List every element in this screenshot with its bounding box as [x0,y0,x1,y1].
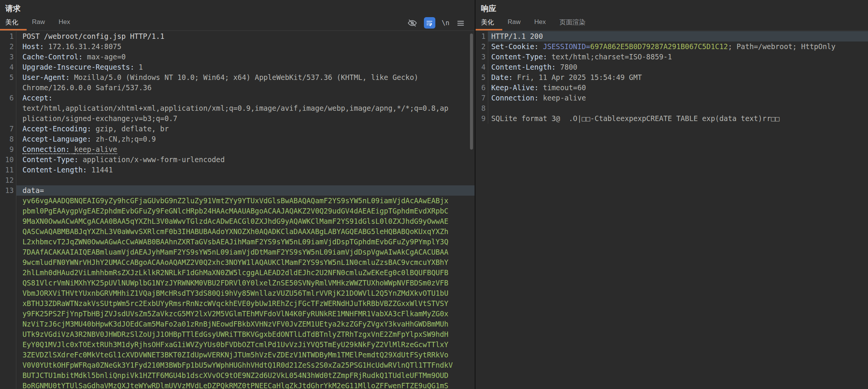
code-token: Mozilla/5.0 (Windows NT 10.0; Win64; x64… [74,73,419,81]
menu-icon[interactable] [456,18,465,28]
code-token: ; Path=/webroot; HttpOnly [728,43,836,51]
code-token: 2hlLmh0dHAud2ViLmhhbmRsZXJzLklkR2NRLkF1d… [22,269,448,277]
tab-美化[interactable]: 美化 [476,15,502,30]
code-text: 3ZEVDZlSXdreFc0MkVteGl1cXVDVWNET3BKT0ZId… [16,350,475,360]
code-text [16,175,475,185]
code-line: 9SQLite format 3@ .O|□□-CtableexpexpCREA… [476,113,868,124]
code-token: □□ [771,115,780,123]
code-text: 9MaXN0OwwACwAMCgACAA0BAA5qYXZhL3V0aWwvTG… [16,216,475,226]
code-line: 6Accept: [0,93,475,103]
tab-Hex[interactable]: Hex [53,15,78,30]
request-scrollbar-thumb[interactable] [470,33,473,150]
code-token: Content-Type: [491,53,551,61]
newline-symbol-icon[interactable]: \n [442,19,449,27]
code-line: 3Cache-Control: max-age=0 [0,52,475,62]
code-token: Accept-Encoding: [22,125,96,133]
hide-hidden-chars-icon[interactable] [407,18,417,28]
code-token: 9wcmludFN0YWNrVHJhY2UMACcABgoACAAoAQAMZ2… [22,258,448,266]
tab-Hex[interactable]: Hex [529,15,554,30]
code-line: 4Upgrade-Insecure-Requests: 1 [0,62,475,72]
tab-Raw[interactable]: Raw [502,15,529,30]
code-line: 4Content-Length: 7800 [476,62,868,72]
word-wrap-icon[interactable] [424,17,435,29]
code-line: VbmJORXViTHVtYUxnbGRVMHhiZ1VQajBMcHRsdTY… [0,288,475,298]
request-toolbar: \n [407,15,475,30]
request-tabbar: 美化RawHex [0,15,475,30]
code-token: xBTHJ3ZDRaWTNzakVsSUtpWm5rc2ExbUYyRmsrRn… [22,300,448,308]
code-token: timeout=60 [543,84,586,92]
line-number: 6 [476,83,486,93]
code-line: L2xhbmcvT2JqZWN0OwwAGwAcCwAWAB0BAAhnZXRT… [0,237,475,247]
code-text: UTk9zVGdiVzA3R2NBV0JHWDRzSlZoUjJ1OHBpTTl… [16,329,475,340]
response-editor[interactable]: 1HTTP/1.1 2002Set-Cookie: JSESSIONID=697… [476,31,868,124]
code-text: POST /webroot/config.jsp HTTP/1.1 [16,31,475,41]
line-number [0,268,14,278]
line-number [0,298,14,309]
code-text: 7DAAfACAKAAIAIQEABmluamVjdAEAJyhMamF2YS9… [16,247,475,257]
line-number: 8 [0,134,14,144]
line-number [0,206,14,216]
code-text: Date: Fri, 11 Apr 2025 15:54:49 GMT [488,72,868,83]
line-number: 5 [476,72,486,83]
line-number [0,226,14,237]
line-number: 6 [0,93,14,103]
code-text: Content-Length: 7800 [488,62,868,72]
code-token: 7DAAfACAKAAIAIQEABmluamVjdAEAJyhMamF2YS9… [22,248,448,256]
code-line: 10Content-Type: application/x-www-form-u… [0,155,475,165]
code-token: Keep-Alive: [491,84,543,92]
tab-美化[interactable]: 美化 [0,15,27,30]
code-token: VbmJORXViTHVtYUxnbGRVMHhiZ1VQajBMcHRsdTY… [22,289,448,297]
line-number: 2 [476,41,486,52]
code-token: Date: [491,73,517,81]
line-number [0,370,14,381]
code-token: SQLite format 3@ .O| [491,115,581,123]
code-token: 697A862E5B0D79287A291B067C5D1C12 [590,43,728,51]
request-editor[interactable]: 1POST /webroot/config.jsp HTTP/1.12Host:… [0,31,475,389]
code-token: □□ [581,115,590,123]
line-number: 10 [0,155,14,165]
code-line: Chrome/126.0.0.0 Safari/537.36 [0,83,475,93]
line-number: 8 [476,103,486,113]
code-text: NzViTzJ6cjM3MU40bHpwK3dJOEdCam5MaFo2a01z… [16,319,475,329]
code-line: 11Content-Length: 11441 [0,165,475,175]
code-line: EyY0Q1MVJlc0xTOExtRUh3M1dyRjhsOHFxaG1iWV… [0,340,475,350]
code-line: 7Connection: keep-alive [476,93,868,103]
code-text: HTTP/1.1 200 [488,31,868,41]
code-text [488,103,868,113]
code-token: text/html;charset=ISO-8859-1 [551,53,672,61]
code-token: L2xhbmcvT2JqZWN0OwwAGwAcCwAWAB0BAAhnZXRT… [22,238,448,246]
code-token: Connection: [491,94,543,102]
line-number: 7 [0,124,14,134]
line-number: 1 [0,31,14,41]
code-line: 8 [476,103,868,113]
line-number [0,288,14,298]
code-token: Chrome/126.0.0.0 Safari/537.36 [22,84,151,92]
code-token: HTTP/1.1 200 [491,32,543,40]
code-token: BUTJCTU1mbitMdkl5bnliQnpiVk1HZTF6MGU4b1d… [22,371,448,379]
code-token: User-Agent: [22,73,74,81]
code-token: Host: [22,43,48,51]
code-line: 3ZEVDZlSXdreFc0MkVteGl1cXVDVWNET3BKT0ZId… [0,350,475,360]
code-token: Set-Cookie: [491,43,543,51]
line-number [0,309,14,319]
line-number [0,83,14,93]
code-line: text/html,application/xhtml+xml,applicat… [0,103,475,113]
code-token: data= [22,187,44,194]
code-token: QASCwAQABMBABJqYXZhL3V0aWwvSXRlcmF0b3IHA… [22,228,448,236]
code-line: BoRGNMU0tYTUlSaGdhaVMzQXJteWYwRDlmUVVzMV… [0,381,475,389]
tab-页面渲染[interactable]: 页面渲染 [554,15,594,30]
code-token: application/x-www-form-urlencoded [83,156,225,164]
code-text: Host: 172.16.31.24:8075 [16,41,475,52]
code-line: 1HTTP/1.1 200 [476,31,868,41]
code-text: data= [16,185,475,196]
code-token: 3ZEVDZlSXdreFc0MkVteGl1cXVDVWNET3BKT0ZId… [22,351,448,359]
request-panel-title: 请求 [0,0,475,15]
code-text: text/html,application/xhtml+xml,applicat… [16,103,475,113]
tab-Raw[interactable]: Raw [27,15,53,30]
code-text: BoRGNMU0tYTUlSaGdhaVMzQXJteWYwRDlmUVVzMV… [16,381,475,389]
code-token: POST /webroot/config.jsp HTTP/1.1 [22,32,164,40]
code-token: 11441 [91,166,113,174]
code-line: xBTHJ3ZDRaWTNzakVsSUtpWm5rc2ExbUYyRmsrRn… [0,298,475,309]
code-line: BUTJCTU1mbitMdkl5bnliQnpiVk1HZTF6MGU4b1d… [0,370,475,381]
code-token: -CtableexpexpCREATE TABLE exp(data text)… [590,115,771,123]
